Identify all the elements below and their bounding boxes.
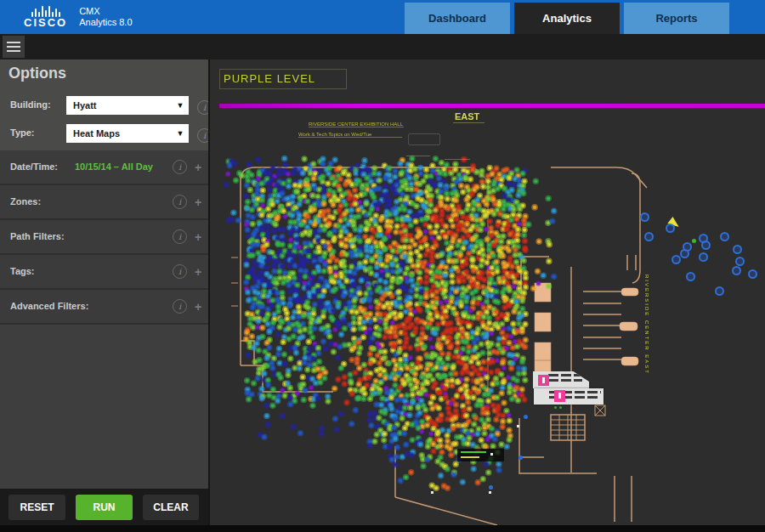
brand: CISCO CMX Analytics 8.0 <box>24 3 133 29</box>
type-label: Type: <box>10 127 35 138</box>
expand-plus-icon[interactable]: + <box>191 265 205 279</box>
tab-dashboard[interactable]: Dashboard <box>405 3 510 34</box>
building-row: Building: Hyatt ▼ i <box>0 96 208 115</box>
filter-row-datetime[interactable]: Date/Time: 10/15/14 – All Day i+ <box>0 150 208 185</box>
datetime-label: Date/Time: <box>10 161 58 172</box>
tags-label: Tags: <box>10 266 35 276</box>
tab-reports[interactable]: Reports <box>624 3 729 34</box>
tab-analytics[interactable]: Analytics <box>514 3 620 34</box>
filter-row-tags[interactable]: Tags: i+ <box>0 255 208 290</box>
cisco-wordmark: CISCO <box>24 17 67 29</box>
cisco-logo: CISCO <box>24 3 67 29</box>
building-value: Hyatt <box>66 100 172 110</box>
type-row: Type: Heat Maps ▼ i <box>0 124 208 143</box>
nav-tabs: Dashboard Analytics Reports <box>400 3 729 34</box>
product-line1: CMX <box>79 6 132 17</box>
building-label: Building: <box>10 99 51 110</box>
top-header: CISCO CMX Analytics 8.0 Dashboard Analyt… <box>0 0 765 34</box>
cmx-analytics-window: CISCO CMX Analytics 8.0 Dashboard Analyt… <box>0 0 765 532</box>
menubar <box>0 34 765 59</box>
info-icon[interactable]: i <box>173 195 187 209</box>
info-icon[interactable]: i <box>173 299 187 314</box>
bottom-strip <box>0 525 765 532</box>
reset-button[interactable]: RESET <box>8 495 65 520</box>
advanced-filters-label: Advanced Filters: <box>10 301 88 311</box>
filter-row-path-filters[interactable]: Path Filters: i+ <box>0 220 208 255</box>
options-top-section: Options Building: Hyatt ▼ i Type: Heat M… <box>0 59 208 150</box>
expand-plus-icon[interactable]: + <box>191 195 205 209</box>
info-icon[interactable]: i <box>173 229 187 244</box>
expand-plus-icon[interactable]: + <box>191 230 205 244</box>
product-name: CMX Analytics 8.0 <box>79 6 132 28</box>
type-value: Heat Maps <box>66 128 172 139</box>
product-line2: Analytics 8.0 <box>79 17 132 28</box>
info-icon[interactable]: i <box>173 160 187 174</box>
zones-label: Zones: <box>10 196 41 207</box>
chevron-down-icon: ▼ <box>172 129 189 138</box>
filter-rows: Date/Time: 10/15/14 – All Day i+ Zones: … <box>0 150 208 325</box>
type-select[interactable]: Heat Maps ▼ <box>66 124 189 143</box>
clear-button[interactable]: CLEAR <box>143 495 199 520</box>
expand-plus-icon[interactable]: + <box>191 300 205 314</box>
heatmap-canvas[interactable] <box>210 59 765 525</box>
expand-plus-icon[interactable]: + <box>191 161 205 174</box>
hamburger-menu-icon[interactable] <box>3 36 25 58</box>
options-sidebar: Options Building: Hyatt ▼ i Type: Heat M… <box>0 59 208 525</box>
building-select[interactable]: Hyatt ▼ <box>66 96 189 115</box>
filter-row-advanced-filters[interactable]: Advanced Filters: i+ <box>0 290 208 325</box>
run-button[interactable]: RUN <box>76 495 133 520</box>
floor-map[interactable]: PURPLE LEVEL EAST RIVERSIDE CENTER EXHIB… <box>210 59 765 525</box>
chevron-down-icon: ▼ <box>172 101 189 110</box>
path-filters-label: Path Filters: <box>10 231 65 241</box>
datetime-value: 10/15/14 – All Day <box>75 161 153 172</box>
filter-row-zones[interactable]: Zones: i+ <box>0 185 208 220</box>
options-title: Options <box>8 65 66 82</box>
info-icon[interactable]: i <box>173 264 187 279</box>
cisco-logo-icon <box>31 5 61 17</box>
action-bar: RESET RUN CLEAR <box>0 489 208 525</box>
